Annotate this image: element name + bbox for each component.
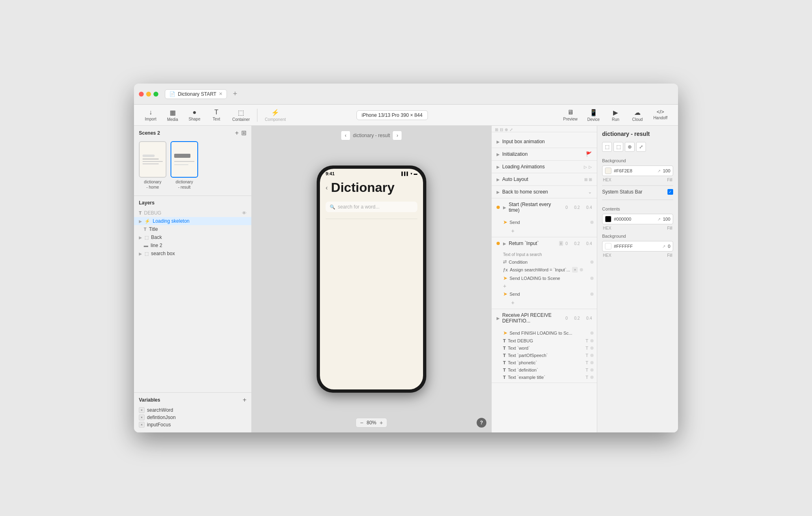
variable-definitionjson[interactable]: × defintionJson	[139, 414, 246, 421]
condition-icon: ⇄	[503, 259, 507, 264]
send2-arrow-icon: ➤	[503, 291, 508, 297]
layer-line2[interactable]: ▬ line 2	[139, 241, 251, 249]
logic-assign-label: Assign searchWord = `Input`...	[510, 267, 570, 272]
logic-start-add-btn[interactable]: +	[511, 228, 514, 234]
prop-layout-icon2[interactable]: ⬚	[613, 142, 623, 152]
contents-color-row[interactable]: #000000 ↗ 100	[602, 214, 673, 224]
logic-layout-icon2[interactable]: ⊟	[500, 127, 503, 132]
text-definition-type-icon: T	[503, 368, 506, 372]
import-tool[interactable]: ↓ Import	[140, 107, 161, 123]
prop-crosshair-icon[interactable]: ⊕	[625, 142, 635, 152]
logic-word-dot	[590, 346, 594, 350]
logic-return-assign-row: ƒx Assign searchWord = `Input`... ×	[500, 266, 597, 274]
add-scene-button[interactable]: +	[235, 130, 239, 136]
container-label: Container	[232, 117, 250, 122]
scenes-view-toggle[interactable]: ⊞	[241, 130, 246, 136]
zoom-out-button[interactable]: −	[360, 419, 363, 426]
logic-return-dot	[497, 242, 500, 245]
logic-section-return-input-header[interactable]: ▶ Return `Input` i 00.20.4	[492, 237, 597, 249]
maximize-button[interactable]	[153, 92, 158, 97]
layer-expand-icon: ▶	[139, 219, 142, 224]
layer-search-box[interactable]: ▶ ⬚ search box	[134, 249, 251, 258]
logic-section-start-header[interactable]: ▶ Start (Restart every time) 00.20.4	[492, 198, 597, 216]
canvas-nav-back[interactable]: ‹	[341, 131, 350, 140]
component-tool[interactable]: ⚡ Component	[261, 107, 290, 123]
logic-expand-icon[interactable]: ⤢	[510, 127, 513, 132]
bg-color-arrow: ↗	[657, 169, 661, 173]
variable-searchword[interactable]: × searchWord	[139, 406, 246, 414]
logic-return-add-btn[interactable]: +	[511, 299, 514, 306]
logic-finish-dot	[590, 331, 594, 335]
variable-inputfocus[interactable]: × inputFocus	[139, 421, 246, 428]
logic-section-input-anim-header[interactable]: ▶ Input box animation	[492, 135, 597, 148]
logic-phonetic-label: Text `phonetic`	[508, 360, 537, 365]
logic-start-collapse: ▶	[503, 205, 506, 210]
layer-loading-skeleton[interactable]: ▶ ⚡ Loading skeleton	[134, 217, 251, 225]
logic-assign-x[interactable]: ×	[572, 267, 578, 273]
props-divider2	[602, 200, 673, 200]
scene-result-label: dictionary- result	[176, 179, 193, 190]
contents-fill-labels: HEX Fill	[602, 226, 673, 230]
logic-section-loading-anim-header[interactable]: ▶ Loading Animations ▷ ▷	[492, 161, 597, 173]
variables-header: Variables +	[139, 397, 246, 403]
logic-return-add-between: +	[500, 282, 597, 290]
scene-result-thumb[interactable]: dictionary- result	[171, 141, 198, 190]
layer-debug[interactable]: T DEBUG 👁	[134, 209, 251, 217]
variable-inputfocus-icon: ×	[139, 422, 145, 428]
help-button[interactable]: ?	[477, 418, 486, 428]
logic-assign-dot	[580, 268, 583, 271]
add-variable-button[interactable]: +	[243, 397, 246, 403]
logic-layout-icon1[interactable]: ⊞	[495, 127, 498, 132]
background-color-row[interactable]: #F6F2E8 ↗ 100	[602, 166, 673, 176]
cloud-button[interactable]: ☁ Cloud	[627, 107, 648, 123]
phone-search-bar[interactable]: 🔍 search for a word...	[326, 202, 417, 212]
minimize-button[interactable]	[146, 92, 151, 97]
run-button[interactable]: ▶ Run	[605, 107, 626, 123]
layer-search-expand-icon: ▶	[139, 252, 142, 256]
logic-section-back-home-header[interactable]: ▶ Back to home screen ⌄	[492, 186, 597, 198]
handoff-label: Handoff	[653, 116, 667, 120]
device-button[interactable]: 📱 Device	[583, 107, 604, 123]
container-tool[interactable]: ⬚ Container	[228, 107, 254, 123]
canvas-nav-forward[interactable]: ›	[393, 131, 402, 140]
layer-title[interactable]: T Title	[139, 225, 251, 233]
system-status-bar-checkbox[interactable]: ✓	[667, 189, 673, 195]
prop-layout-icon1[interactable]: ⬚	[602, 142, 612, 152]
zoom-in-button[interactable]: +	[380, 419, 383, 426]
logic-return-note: Text of Input a search	[500, 251, 597, 258]
logic-between-add-btn[interactable]: +	[503, 283, 506, 289]
preview-button[interactable]: 🖥 Preview	[559, 107, 582, 123]
layer-line2-name: line 2	[151, 243, 246, 248]
device-selector[interactable]: iPhone 13/13 Pro 390 × 844	[356, 110, 428, 120]
tab-close-icon[interactable]: ✕	[219, 91, 222, 97]
logic-section-input-anim: ▶ Input box animation	[492, 135, 597, 148]
tab-label: Dictionary START	[178, 91, 216, 97]
close-button[interactable]	[139, 92, 144, 97]
scene-home-thumb[interactable]: dictionary- home	[139, 141, 166, 190]
logic-section-init-header[interactable]: ▶ Initialization 🚩	[492, 148, 597, 160]
layer-debug-eye-icon[interactable]: 👁	[242, 211, 246, 215]
logic-return-sendloading-row: ➤ Send LOADING to Scene	[500, 274, 597, 282]
media-tool[interactable]: ▦ Media	[162, 107, 183, 123]
scenes-actions: + ⊞	[235, 130, 246, 136]
logic-section-receive-api-header[interactable]: ▶ Receive API RECEIVE DEFINITIO... 00.20…	[492, 309, 597, 327]
new-tab-button[interactable]: +	[230, 89, 240, 99]
phone-screen: 9:41 ▌▌▌ ▾ ▬ ‹ Dictionary 🔍	[320, 169, 423, 389]
logic-crosshair-icon[interactable]: ⊕	[505, 127, 508, 132]
prop-expand-icon[interactable]: ⤢	[636, 142, 646, 152]
bg-fill-labels: HEX Fill	[602, 178, 673, 182]
logic-start-add-row: +	[500, 226, 597, 235]
bg2-color-row[interactable]: #FFFFFF ↗ 0	[602, 241, 673, 252]
layer-title-type-icon: T	[144, 227, 147, 232]
logic-section-auto-layout-header[interactable]: ▶ Auto Layout ⊞ ⊞	[492, 173, 597, 185]
handoff-button[interactable]: </> Handoff	[649, 107, 672, 123]
app-tab[interactable]: 📄 Dictionary START ✕	[165, 89, 227, 99]
assign-icon: ƒx	[503, 267, 508, 272]
shape-tool[interactable]: ● Shape	[184, 107, 205, 123]
logic-receive-collapse: ▶	[497, 316, 500, 320]
text-tool[interactable]: T Text	[206, 107, 227, 123]
variables-title: Variables	[139, 397, 160, 403]
layer-back[interactable]: ▶ ⬚ Back	[134, 233, 251, 241]
phone-back-button[interactable]: ‹	[326, 184, 328, 191]
loading-anim-icon1: ▷	[584, 165, 587, 169]
